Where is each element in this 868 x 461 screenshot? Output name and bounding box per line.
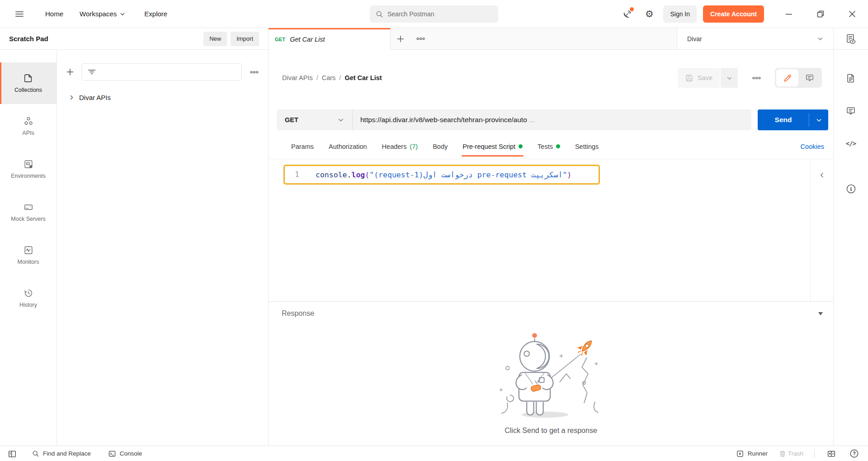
window-restore-icon[interactable] (816, 9, 826, 19)
info-icon[interactable]: i (844, 182, 858, 195)
sign-in-button[interactable]: Sign In (663, 5, 697, 23)
line-number: 1 (285, 171, 309, 179)
tab-label: Authorization (329, 143, 367, 150)
tab-method-badge: GET (275, 37, 285, 42)
gear-glyph: ⚙ (645, 9, 654, 19)
code-token-quote-close: " (562, 171, 567, 179)
pencil-icon (783, 73, 792, 82)
sidebar-item-environments[interactable]: Environments (0, 148, 57, 190)
astronaut-illustration (495, 329, 608, 420)
save-options-chevron[interactable] (721, 68, 738, 88)
nav-workspaces[interactable]: Workspaces (80, 10, 125, 18)
runner-label: Runner (748, 450, 768, 457)
comments-toggle[interactable] (798, 69, 821, 86)
sidebar-nav-rail: Collections APIs Environments Mock Serve… (0, 50, 57, 446)
breadcrumb-folder[interactable]: Cars (322, 74, 336, 81)
tab-label: Headers (382, 143, 407, 150)
workspace-title: Scratch Pad (9, 35, 48, 43)
hamburger-menu-icon[interactable] (12, 6, 27, 22)
sidebar-item-label: Monitors (18, 259, 39, 265)
collection-divar-apis[interactable]: Divar APIs (57, 89, 268, 106)
tab-headers[interactable]: Headers(7) (382, 134, 418, 159)
main-pane: GET Get Car List Divar (269, 28, 868, 446)
add-collection-icon[interactable] (64, 64, 76, 80)
url-bar: GET https://api.divar.ir/v8/web-search/t… (277, 109, 751, 130)
split-panes-icon[interactable] (826, 448, 837, 460)
method-value: GET (285, 116, 298, 124)
nav-workspaces-label: Workspaces (80, 10, 117, 18)
tab-body[interactable]: Body (433, 134, 448, 159)
console-icon (108, 450, 116, 458)
sidebar-item-mock-servers[interactable]: Mock Servers (0, 191, 57, 233)
create-account-button[interactable]: Create Account (703, 5, 764, 23)
console-button[interactable]: Console (108, 450, 142, 458)
tab-params[interactable]: Params (291, 134, 314, 159)
sidebar-item-monitors[interactable]: Monitors (0, 234, 57, 276)
environment-name: Divar (687, 35, 702, 43)
code-token-method: log (351, 171, 365, 179)
highlighted-code-line[interactable]: 1 console.log("اسکریپت pre-request درخوا… (283, 165, 600, 185)
script-editor-section: 1 console.log("اسکریپت pre-request درخوا… (269, 159, 833, 302)
comments-icon[interactable] (844, 104, 858, 118)
right-icon-rail: </> i (833, 50, 868, 446)
trash-label: Trash (788, 450, 803, 457)
code-token-string-rtl: اسکریپت pre-request درخواست اول(request-… (374, 171, 562, 179)
environments-icon (24, 159, 33, 169)
window-close-icon[interactable] (847, 9, 857, 19)
console-label: Console (120, 450, 142, 457)
request-tab[interactable]: GET Get Car List (269, 28, 391, 49)
request-more-options-icon[interactable] (749, 70, 764, 86)
nav-home[interactable]: Home (45, 10, 63, 18)
settings-gear-icon[interactable]: ⚙ (642, 6, 657, 22)
tab-tests[interactable]: Tests (538, 134, 560, 159)
breadcrumb-collection[interactable]: Divar APIs (282, 74, 313, 81)
search-input[interactable] (387, 10, 478, 18)
url-input[interactable]: https://api.divar.ir/v8/web-search/tehra… (353, 109, 751, 130)
code-snippet-icon[interactable]: </> (844, 137, 858, 150)
environment-selector[interactable]: Divar (677, 28, 833, 49)
sidebar-item-apis[interactable]: APIs (0, 105, 57, 147)
find-and-replace-button[interactable]: Find and Replace (32, 450, 91, 457)
sidebar-item-history[interactable]: History (0, 277, 57, 319)
new-tab-icon[interactable] (391, 28, 410, 49)
tab-settings[interactable]: Settings (575, 134, 599, 159)
cookies-link[interactable]: Cookies (801, 134, 824, 159)
send-button[interactable]: Send (758, 109, 828, 130)
search-icon (375, 10, 383, 18)
edit-pencil-toggle[interactable] (776, 69, 798, 86)
environment-quick-look-icon[interactable] (833, 28, 868, 49)
response-collapse-caret-icon[interactable] (818, 312, 823, 315)
code-editor[interactable]: 1 console.log("اسکریپت pre-request درخوا… (269, 159, 811, 301)
sidebar-item-label: Collections (14, 87, 42, 93)
code-token-object: console (316, 171, 347, 179)
nav-explore[interactable]: Explore (144, 10, 167, 18)
breadcrumb-request-name[interactable]: Get Car List (344, 74, 382, 81)
sidebar-item-label: APIs (22, 130, 34, 136)
trash-icon (778, 450, 787, 458)
tab-pre-request-script[interactable]: Pre-request Script (462, 134, 523, 159)
documentation-icon[interactable] (844, 71, 858, 85)
help-icon[interactable]: ? (848, 448, 860, 460)
trash-button[interactable]: Trash (778, 450, 803, 458)
window-minimize-icon[interactable] (784, 9, 794, 19)
send-label: Send (758, 109, 809, 130)
send-options-chevron[interactable] (809, 109, 828, 130)
tab-authorization[interactable]: Authorization (329, 134, 367, 159)
sidebar-item-collections[interactable]: Collections (0, 62, 57, 104)
collections-more-options-icon[interactable] (247, 64, 261, 80)
save-button[interactable]: Save (678, 68, 720, 88)
tab-label: Pre-request Script (462, 143, 515, 150)
import-button[interactable]: Import (231, 32, 259, 46)
toggle-sidebar-icon[interactable] (6, 448, 18, 460)
postman-app: Home Workspaces Explore (0, 0, 868, 461)
satellite-notifications-icon[interactable] (620, 6, 635, 22)
runner-button[interactable]: Runner (736, 450, 768, 458)
method-selector[interactable]: GET (277, 109, 353, 130)
tab-options-icon[interactable] (410, 28, 430, 49)
filter-collections-input[interactable] (81, 63, 242, 81)
request-tabs: Params Authorization Headers(7) Body Pre… (269, 134, 833, 159)
editor-collapse-handle[interactable] (811, 159, 833, 301)
apis-icon (24, 116, 33, 126)
search-bar[interactable] (370, 5, 498, 23)
new-button[interactable]: New (203, 32, 227, 46)
